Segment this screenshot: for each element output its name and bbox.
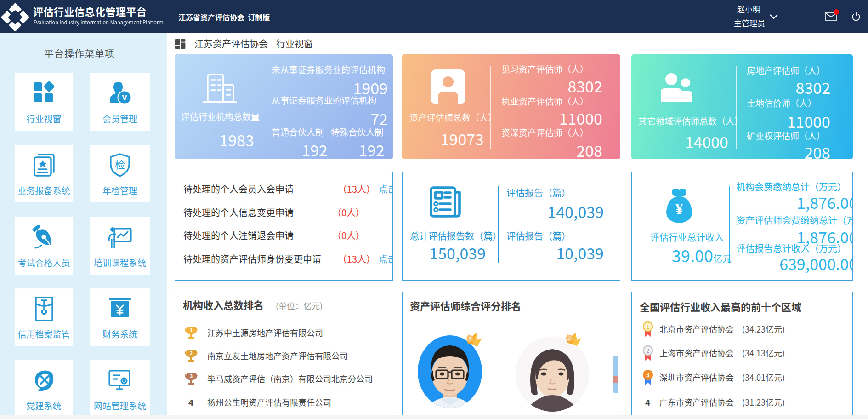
svg-text:v: v (122, 90, 127, 103)
svg-text:¥: ¥ (675, 196, 683, 218)
svg-text:1: 1 (647, 322, 650, 330)
svg-text:1: 1 (190, 326, 193, 333)
svg-text:3: 3 (646, 370, 650, 379)
svg-text:3: 3 (190, 372, 193, 379)
svg-text:检: 检 (115, 156, 125, 171)
svg-text:2: 2 (647, 346, 650, 354)
svg-text:2: 2 (190, 349, 193, 356)
